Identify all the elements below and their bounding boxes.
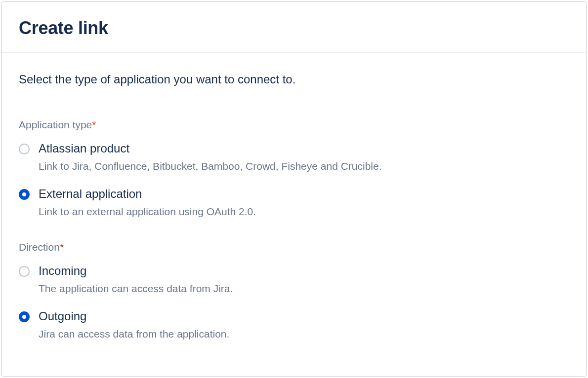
radio-option-atlassian-product[interactable]: Atlassian product Link to Jira, Confluen… [19,142,569,172]
radio-title[interactable]: External application [39,187,569,201]
instruction-text: Select the type of application you want … [19,73,569,86]
required-asterisk: * [92,119,96,130]
radio-description: The application can access data from Jir… [39,283,569,295]
radio-description: Link to an external application using OA… [39,206,569,218]
radio-content: Atlassian product Link to Jira, Confluen… [39,142,569,172]
application-type-label: Application type* [19,119,569,131]
radio-content: Incoming The application can access data… [39,264,569,295]
radio-option-external-application[interactable]: External application Link to an external… [19,187,569,218]
radio-description: Link to Jira, Confluence, Bitbucket, Bam… [39,160,569,172]
radio-content: Outgoing Jira can access data from the a… [39,309,569,340]
field-label-text: Direction [19,241,60,253]
application-type-field: Application type* Atlassian product Link… [19,119,569,218]
radio-input-incoming[interactable] [19,266,30,277]
radio-title[interactable]: Atlassian product [39,142,569,155]
modal-body: Select the type of application you want … [2,53,586,340]
modal-header: Create link [2,2,586,53]
radio-description: Jira can access data from the applicatio… [39,328,569,340]
required-asterisk: * [60,241,64,253]
radio-input-outgoing[interactable] [19,311,30,322]
direction-label: Direction* [19,241,569,253]
radio-option-outgoing[interactable]: Outgoing Jira can access data from the a… [19,309,569,340]
radio-input-atlassian-product[interactable] [19,144,30,154]
direction-field: Direction* Incoming The application can … [19,241,569,340]
radio-content: External application Link to an external… [39,187,569,218]
radio-option-incoming[interactable]: Incoming The application can access data… [19,264,569,295]
radio-title[interactable]: Incoming [39,264,569,278]
modal-title: Create link [19,18,569,38]
radio-input-external-application[interactable] [19,189,30,200]
radio-title[interactable]: Outgoing [39,309,569,323]
create-link-modal: Create link Select the type of applicati… [1,1,587,377]
field-label-text: Application type [19,119,92,130]
